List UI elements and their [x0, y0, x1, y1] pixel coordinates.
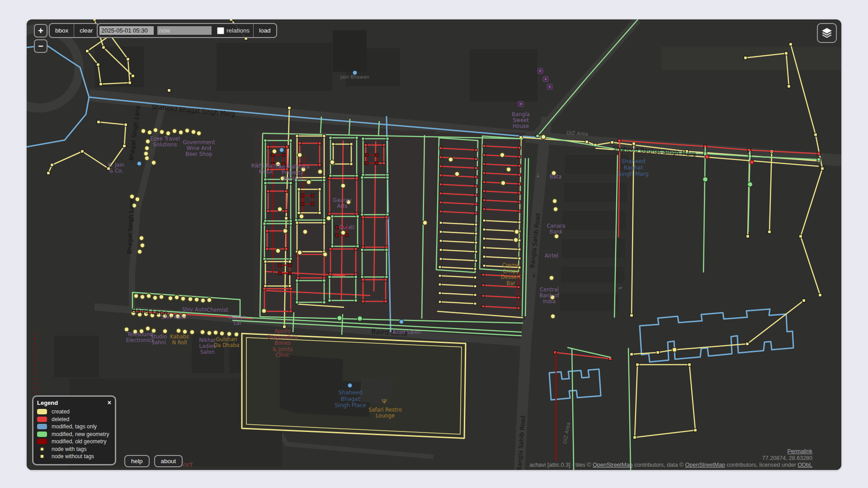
way-vertex — [814, 133, 817, 136]
way-vertex — [788, 85, 791, 88]
legend-swatch — [37, 439, 47, 444]
node-with-tags — [144, 151, 148, 156]
way-vertex — [382, 144, 386, 147]
way-vertex — [323, 179, 326, 182]
way-vertex — [768, 230, 771, 234]
way-vertex — [439, 147, 442, 150]
way-vertex — [362, 300, 365, 303]
node-with-tags — [299, 214, 304, 219]
osm-link[interactable]: OpenStreetMap — [593, 462, 632, 468]
way-vertex — [285, 190, 288, 193]
way-vertex — [633, 436, 637, 439]
way-vertex — [802, 299, 806, 302]
poi-icon-dot — [549, 86, 551, 88]
map-container[interactable]: Shaheed Bhagat Singh MargShaheed Baghat … — [27, 19, 841, 470]
legend-item: modified, tags only — [37, 423, 111, 431]
way-vertex — [382, 162, 386, 165]
way-vertex — [483, 228, 486, 231]
node-with-tags — [448, 157, 453, 162]
way-vertex — [264, 182, 267, 185]
layers-button[interactable] — [817, 23, 837, 43]
end-date-input[interactable] — [157, 26, 212, 35]
way-vertex — [474, 302, 476, 305]
way-vertex — [439, 174, 442, 177]
node-with-tags — [130, 194, 134, 199]
legend-label: modified, old geometry — [52, 438, 106, 445]
way-vertex — [354, 248, 358, 251]
way-vertex — [267, 145, 270, 149]
node-with-tags — [160, 130, 164, 134]
map-label: Bata — [550, 174, 562, 180]
date-input[interactable] — [99, 26, 154, 35]
way-vertex — [386, 137, 389, 141]
node-with-tags — [514, 230, 519, 234]
legend-item: deleted — [37, 416, 111, 423]
way-vertex — [439, 192, 442, 195]
way-vertex — [323, 279, 326, 282]
zoom-out-button[interactable]: − — [34, 39, 47, 53]
way-vertex — [285, 248, 288, 251]
way-vertex — [47, 172, 50, 175]
about-button[interactable]: about — [154, 455, 183, 467]
way-vertex — [439, 210, 442, 213]
node-modified-tags — [348, 383, 352, 388]
osm-data-link[interactable]: OpenStreetMap — [685, 462, 725, 468]
map-label: BanglaSweetHouse — [512, 111, 530, 129]
map-canvas[interactable]: Shaheed Bhagat Singh MargShaheed Baghat … — [27, 19, 841, 470]
way-vertex — [384, 300, 387, 303]
node-with-tags — [166, 131, 170, 136]
node-with-tags — [272, 149, 277, 154]
map-label: StudioSahni — [151, 333, 167, 346]
way-vertex — [361, 249, 364, 252]
way-vertex — [362, 216, 365, 219]
way-vertex — [475, 212, 477, 215]
way-vertex — [518, 164, 521, 167]
load-button[interactable]: load — [254, 26, 276, 35]
node-with-tags — [207, 331, 212, 335]
node-with-tags — [145, 156, 149, 160]
node-with-tags — [140, 295, 145, 299]
way-vertex — [86, 50, 89, 53]
way-vertex — [289, 182, 292, 185]
way-vertex — [585, 141, 589, 144]
way-vertex — [518, 183, 521, 185]
way-vertex — [266, 248, 269, 251]
map-label: GovernmentWine AndBeer Shop — [183, 139, 215, 157]
way-vertex — [518, 155, 521, 158]
permalink-link[interactable]: Permalink — [787, 448, 812, 455]
way-vertex — [128, 81, 132, 84]
node-with-tags — [262, 309, 266, 313]
map-label: Shiv Auto — [161, 314, 186, 320]
way-vertex — [263, 222, 266, 225]
way-vertex — [318, 142, 321, 145]
bbox-button[interactable]: bbox — [50, 26, 74, 35]
legend-close-icon[interactable]: × — [108, 400, 111, 405]
clear-button[interactable]: clear — [74, 26, 98, 35]
node-with-tags — [147, 130, 152, 135]
way-vertex — [611, 141, 614, 144]
load-toolbar: relations load — [97, 23, 277, 38]
way-vertex — [475, 241, 477, 244]
way-vertex — [364, 144, 368, 147]
node-with-tags — [181, 296, 185, 301]
node-with-tags — [552, 199, 557, 203]
attribution-text: achavi [attic.0.3] · tiles © OpenStreetM… — [529, 462, 812, 469]
node-with-tags — [172, 129, 177, 133]
node-with-tags — [423, 221, 427, 225]
relations-checkbox[interactable] — [217, 27, 224, 34]
legend-panel: Legend × createddeletedmodified, tags on… — [32, 395, 116, 466]
odbl-link[interactable]: ODbL — [797, 462, 812, 468]
help-button[interactable]: help — [124, 455, 150, 467]
zoom-in-button[interactable]: + — [34, 24, 47, 38]
legend-node-icon — [37, 447, 47, 451]
node-with-tags — [303, 230, 307, 234]
legend-swatch — [37, 424, 47, 429]
node-with-tags — [201, 298, 205, 303]
way-vertex — [483, 145, 486, 147]
way-vertex — [483, 219, 486, 222]
node-with-tags — [207, 298, 212, 302]
way-vertex — [694, 429, 697, 432]
way-vertex — [474, 285, 476, 288]
node-with-tags — [455, 172, 459, 176]
node-with-tags — [197, 131, 201, 136]
